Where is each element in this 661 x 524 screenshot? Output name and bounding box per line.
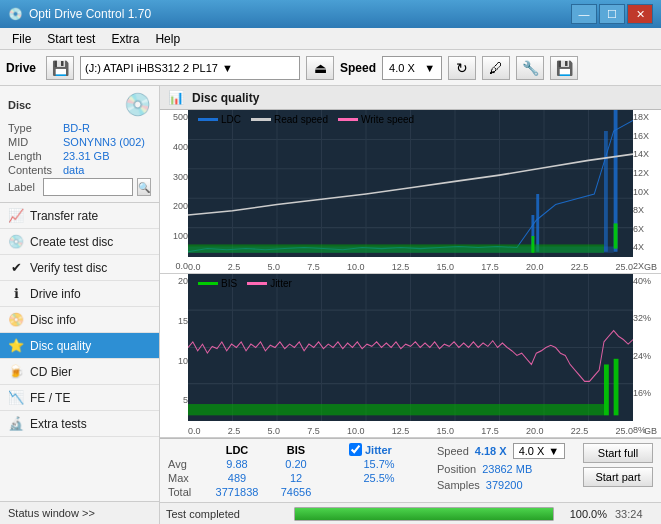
menu-start-test[interactable]: Start test xyxy=(39,30,103,48)
stats-avg-row: Avg 9.88 0.20 15.7% xyxy=(168,458,409,470)
stats-header-row: LDC BIS Jitter xyxy=(168,443,409,456)
bottom-chart-inner xyxy=(188,274,633,421)
progress-time: 33:24 xyxy=(615,508,655,520)
minimize-button[interactable]: — xyxy=(571,4,597,24)
fe-te-icon: 📉 xyxy=(8,390,24,405)
top-chart-svg xyxy=(188,110,633,257)
svg-rect-19 xyxy=(188,244,604,252)
svg-rect-37 xyxy=(614,359,619,416)
legend-read-speed-label: Read speed xyxy=(274,114,328,125)
verify-test-disc-icon: ✔ xyxy=(8,260,24,275)
position-val: 23862 MB xyxy=(482,463,532,475)
disc-label-button[interactable]: 🔍 xyxy=(137,178,151,196)
legend-write-speed: Write speed xyxy=(338,114,414,125)
progress-bar-container: Test completed 100.0% 33:24 xyxy=(160,502,661,524)
settings-button1[interactable]: 🖊 xyxy=(482,56,510,80)
stats-main: LDC BIS Jitter Avg 9.88 0.20 xyxy=(168,443,409,498)
stats-max-row: Max 489 12 25.5% xyxy=(168,472,409,484)
svg-rect-35 xyxy=(188,404,604,415)
sidebar-item-drive-info[interactable]: ℹ Drive info xyxy=(0,281,159,307)
legend-write-speed-color xyxy=(338,118,358,121)
top-chart-wrap: LDC Read speed Write speed 500 xyxy=(160,110,661,273)
disc-label-input[interactable] xyxy=(43,178,133,196)
speed-dropdown[interactable]: 4.0 X ▼ xyxy=(513,443,566,459)
close-button[interactable]: ✕ xyxy=(627,4,653,24)
sidebar-item-transfer-rate-label: Transfer rate xyxy=(30,209,98,223)
save-button[interactable]: 💾 xyxy=(550,56,578,80)
menu-bar: File Start test Extra Help xyxy=(0,28,661,50)
position-key: Position xyxy=(437,463,476,475)
speed-select[interactable]: 4.0 X ▼ xyxy=(382,56,442,80)
transfer-rate-icon: 📈 xyxy=(8,208,24,223)
menu-help[interactable]: Help xyxy=(147,30,188,48)
ldc-total: 3771838 xyxy=(207,486,267,498)
disc-info-panel: Disc 💿 Type BD-R MID SONYNN3 (002) Lengt… xyxy=(0,86,159,203)
stats-speed-position: Speed 4.18 X 4.0 X ▼ Position 23862 MB S… xyxy=(437,443,565,491)
sidebar-item-fe-te[interactable]: 📉 FE / TE xyxy=(0,385,159,411)
disc-contents-row: Contents data xyxy=(8,164,151,176)
bottom-chart-legend: BIS Jitter xyxy=(190,276,300,291)
jitter-checkbox[interactable] xyxy=(349,443,362,456)
ldc-col-header: LDC xyxy=(207,444,267,456)
ldc-avg: 9.88 xyxy=(207,458,267,470)
legend-jitter-label: Jitter xyxy=(270,278,292,289)
disc-info-icon: 📀 xyxy=(8,312,24,327)
title-bar-left: 💿 Opti Drive Control 1.70 xyxy=(8,7,151,21)
sidebar-item-verify-test-disc[interactable]: ✔ Verify test disc xyxy=(0,255,159,281)
chart-title: Disc quality xyxy=(192,91,259,105)
progress-percent: 100.0% xyxy=(562,508,607,520)
start-part-button[interactable]: Start part xyxy=(583,467,653,487)
legend-bis-label: BIS xyxy=(221,278,237,289)
cd-bier-icon: 🍺 xyxy=(8,364,24,379)
charts-container: LDC Read speed Write speed 500 xyxy=(160,110,661,438)
refresh-button[interactable]: ↻ xyxy=(448,56,476,80)
top-chart: LDC Read speed Write speed 500 xyxy=(160,110,661,274)
disc-panel-label: Disc xyxy=(8,99,31,111)
sidebar-item-disc-quality-label: Disc quality xyxy=(30,339,91,353)
sidebar-item-disc-info[interactable]: 📀 Disc info xyxy=(0,307,159,333)
maximize-button[interactable]: ☐ xyxy=(599,4,625,24)
drive-select-value: (J:) ATAPI iHBS312 2 PL17 xyxy=(85,62,218,74)
app-icon: 💿 xyxy=(8,7,23,21)
max-label: Max xyxy=(168,472,203,484)
bis-max: 12 xyxy=(271,472,321,484)
svg-rect-17 xyxy=(604,131,608,252)
speed-row: Speed 4.18 X 4.0 X ▼ xyxy=(437,443,565,459)
sidebar-status-button[interactable]: Status window >> xyxy=(0,501,159,524)
samples-row: Samples 379200 xyxy=(437,479,565,491)
stats-bar: LDC BIS Jitter Avg 9.88 0.20 xyxy=(160,438,661,502)
menu-extra[interactable]: Extra xyxy=(103,30,147,48)
progress-bar-inner xyxy=(295,508,553,520)
disc-length-row: Length 23.31 GB xyxy=(8,150,151,162)
legend-ldc-label: LDC xyxy=(221,114,241,125)
drive-select[interactable]: (J:) ATAPI iHBS312 2 PL17 ▼ xyxy=(80,56,300,80)
title-bar: 💿 Opti Drive Control 1.70 — ☐ ✕ xyxy=(0,0,661,28)
speed-value: 4.0 X xyxy=(389,62,415,74)
sidebar-item-disc-info-label: Disc info xyxy=(30,313,76,327)
sidebar-item-disc-quality[interactable]: ⭐ Disc quality xyxy=(0,333,159,359)
drive-icon-button[interactable]: 💾 xyxy=(46,56,74,80)
menu-file[interactable]: File xyxy=(4,30,39,48)
drive-toolbar: Drive 💾 (J:) ATAPI iHBS312 2 PL17 ▼ ⏏ Sp… xyxy=(0,50,661,86)
legend-bis: BIS xyxy=(198,278,237,289)
sidebar-item-cd-bier[interactable]: 🍺 CD Bier xyxy=(0,359,159,385)
stats-total-row: Total 3771838 74656 xyxy=(168,486,409,498)
top-chart-y-labels-right: 18X 16X 14X 12X 10X 8X 6X 4X 2X xyxy=(633,110,661,273)
bottom-chart-svg xyxy=(188,274,633,421)
sidebar-item-transfer-rate[interactable]: 📈 Transfer rate xyxy=(0,203,159,229)
bis-col-header: BIS xyxy=(271,444,321,456)
sidebar-item-verify-test-disc-label: Verify test disc xyxy=(30,261,107,275)
start-full-button[interactable]: Start full xyxy=(583,443,653,463)
legend-read-speed: Read speed xyxy=(251,114,328,125)
settings-button2[interactable]: 🔧 xyxy=(516,56,544,80)
progress-bar-outer xyxy=(294,507,554,521)
sidebar-item-extra-tests[interactable]: 🔬 Extra tests xyxy=(0,411,159,437)
eject-button[interactable]: ⏏ xyxy=(306,56,334,80)
jitter-avg: 15.7% xyxy=(349,458,409,470)
sidebar-item-create-test-disc-label: Create test disc xyxy=(30,235,113,249)
sidebar-status-label: Status window >> xyxy=(8,507,95,519)
create-test-disc-icon: 💿 xyxy=(8,234,24,249)
speed-dropdown-arrow: ▼ xyxy=(548,445,559,457)
sidebar-item-create-test-disc[interactable]: 💿 Create test disc xyxy=(0,229,159,255)
avg-label: Avg xyxy=(168,458,203,470)
